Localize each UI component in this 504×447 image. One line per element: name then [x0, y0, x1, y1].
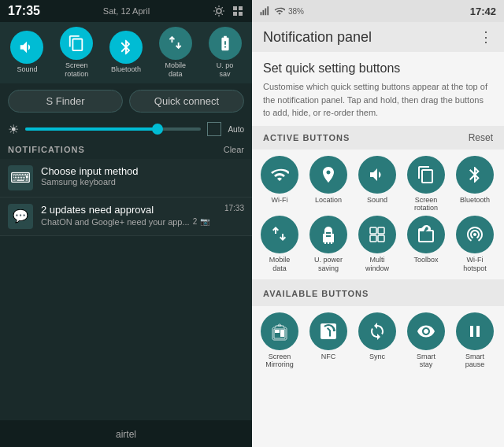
btn-nfc[interactable]: NFC [306, 312, 351, 370]
quick-icon-label-rotation: Screenrotation [65, 61, 88, 79]
status-icons-left [213, 5, 244, 17]
btn-circle-nfc [309, 312, 347, 350]
upower-icon [217, 35, 234, 52]
quick-icon-upower[interactable]: U. posav [201, 27, 249, 79]
btn-label-location: Location [315, 196, 342, 205]
btn-label-mobile-data: Mobiledata [269, 256, 291, 273]
right-panel: 38% 17:42 Notification panel ⋮ Set quick… [252, 0, 504, 447]
location-btn-icon [319, 165, 338, 184]
svg-rect-12 [378, 235, 384, 242]
btn-screen-rotation[interactable]: Screenrotation [403, 156, 449, 213]
notif-icon-keyboard: ⌨ [8, 165, 33, 190]
svg-rect-6 [263, 10, 265, 15]
quick-icon-bluetooth[interactable]: Bluetooth [102, 31, 150, 74]
wifi-status-icon [274, 6, 285, 17]
notif-content-updates: 2 updates need approval 17:33 ChatON and… [41, 204, 244, 227]
btn-u-power-saving[interactable]: U. powersaving [306, 216, 351, 273]
reset-button[interactable]: Reset [469, 132, 493, 143]
carrier-text: airtel [116, 429, 136, 440]
wifi-btn-icon [270, 165, 289, 184]
btn-sound[interactable]: Sound [354, 156, 400, 213]
active-buttons-grid: Wi-Fi Location Sound Screenrotation [252, 150, 504, 279]
bluetooth-icon [117, 39, 135, 56]
btn-label-sync: Sync [369, 353, 385, 361]
brightness-fill [25, 127, 158, 131]
btn-wifi[interactable]: Wi-Fi [257, 156, 302, 213]
btn-bluetooth[interactable]: Bluetooth [452, 156, 498, 213]
btn-screen-mirroring[interactable]: ScreenMirroring [257, 312, 302, 370]
btn-label-u-power: U. powersaving [314, 256, 343, 273]
panel-menu-icon[interactable]: ⋮ [479, 28, 493, 46]
btn-smart-stay[interactable]: Smartstay [403, 312, 449, 370]
btn-circle-bluetooth [456, 156, 494, 194]
sync-btn-icon [368, 322, 387, 341]
notif-sub-keyboard: Samsung keyboard [41, 177, 244, 187]
available-buttons-grid: ScreenMirroring NFC Sync Smartstay [252, 306, 504, 376]
set-quick-desc: Customise which quick setting buttons ap… [263, 80, 493, 120]
btn-circle-sync [358, 312, 396, 350]
quick-icon-mobile-data[interactable]: Mobiledata [151, 27, 199, 79]
btn-label-screen-mirroring: ScreenMirroring [265, 353, 294, 370]
btn-label-nfc: NFC [321, 353, 336, 361]
btn-circle-wifi [261, 156, 298, 194]
upower-btn-icon [319, 225, 338, 244]
set-quick-section: Set quick setting buttons Customise whic… [252, 52, 504, 126]
btn-circle-rotation [407, 156, 445, 194]
notif-title-keyboard: Choose input method [41, 165, 244, 177]
quick-connect-button[interactable]: Quick connect [129, 90, 244, 113]
quick-icon-label-bluetooth: Bluetooth [111, 65, 141, 74]
battery-text: 38% [288, 7, 304, 16]
quick-icon-circle-upower [209, 27, 242, 60]
brightness-row: ☀ Auto [0, 119, 252, 140]
quick-icon-circle-sound [10, 31, 43, 64]
active-section-label: ACTIVE BUTTONS [263, 133, 350, 142]
btn-circle-multi-window [358, 216, 396, 253]
brightness-auto-checkbox[interactable] [207, 122, 221, 136]
bluetooth-btn-icon [465, 165, 484, 184]
s-finder-button[interactable]: S Finder [8, 90, 123, 113]
settings-icon [213, 5, 225, 17]
btn-circle-location [309, 156, 347, 194]
svg-rect-13 [275, 330, 280, 333]
svg-rect-3 [233, 12, 237, 16]
notif-title-updates: 2 updates need approval [41, 204, 154, 216]
brightness-track[interactable] [25, 127, 201, 131]
status-icons-right: 38% [260, 6, 304, 17]
smartstay-btn-icon [417, 322, 435, 341]
btn-label-smart-pause: Smartpause [465, 353, 485, 370]
active-section-header: ACTIVE BUTTONS Reset [252, 126, 504, 150]
mobile-data-btn-icon [270, 225, 289, 244]
svg-rect-4 [239, 12, 243, 16]
btn-wifi-hotspot[interactable]: Wi-Fihotspot [452, 216, 498, 273]
svg-point-0 [217, 9, 221, 13]
brightness-auto-label: Auto [228, 125, 244, 134]
status-bar-left: 17:35 Sat, 12 April [0, 0, 252, 22]
quick-icon-label-mobile: Mobiledata [165, 61, 187, 79]
btn-mobile-data[interactable]: Mobiledata [257, 216, 302, 273]
notif-item-keyboard[interactable]: ⌨ Choose input method Samsung keyboard [0, 159, 252, 198]
brightness-thumb [152, 124, 163, 135]
btn-smart-pause[interactable]: Smartpause [452, 312, 498, 370]
time-left: 17:35 [8, 4, 40, 18]
clear-button[interactable]: Clear [224, 145, 244, 154]
notifications-header: NOTIFICATIONS Clear [0, 140, 252, 159]
btn-location[interactable]: Location [306, 156, 351, 213]
sound-btn-icon [368, 165, 387, 184]
quick-icon-circle-bluetooth [109, 31, 143, 64]
btn-label-multi-window: Multiwindow [365, 256, 389, 273]
updates-icon: 💬 [13, 209, 28, 224]
notif-item-updates[interactable]: 💬 2 updates need approval 17:33 ChatON a… [0, 198, 252, 236]
quick-icon-sound[interactable]: Sound [3, 31, 51, 74]
btn-circle-mobile-data [261, 216, 298, 253]
quick-icon-rotation[interactable]: Screenrotation [53, 27, 101, 79]
toolbox-btn-icon [417, 225, 435, 244]
quick-icon-circle-rotation [60, 27, 93, 60]
btn-toolbox[interactable]: Toolbox [403, 216, 449, 273]
svg-rect-1 [233, 6, 237, 10]
btn-multi-window[interactable]: Multiwindow [354, 216, 400, 273]
notif-icon-updates: 💬 [8, 204, 33, 229]
notif-content-keyboard: Choose input method Samsung keyboard [41, 165, 244, 187]
btn-sync[interactable]: Sync [354, 312, 400, 370]
quick-icons-row: Sound Screenrotation Bluetooth Mobiledat… [0, 22, 252, 83]
set-quick-title: Set quick setting buttons [263, 61, 493, 76]
